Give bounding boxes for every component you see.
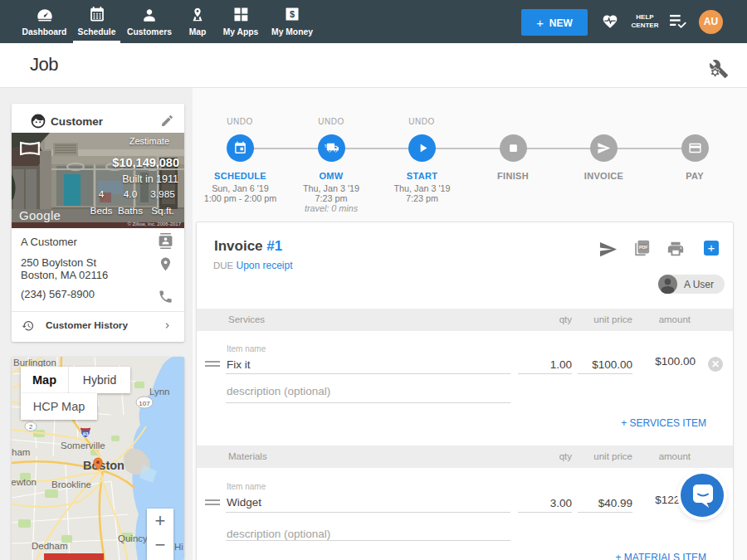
svg-text:Brookline: Brookline xyxy=(51,480,91,489)
svg-text:2: 2 xyxy=(29,423,32,431)
svg-text:$: $ xyxy=(290,9,295,19)
svg-text:93: 93 xyxy=(83,431,89,436)
svg-text:Hi: Hi xyxy=(174,542,183,552)
svg-text:Quincy: Quincy xyxy=(118,533,148,543)
svg-text:Newton: Newton xyxy=(12,477,37,487)
svg-text:Lynn: Lynn xyxy=(149,387,170,397)
svg-text:PDF: PDF xyxy=(639,245,648,250)
svg-text:ham: ham xyxy=(12,447,30,457)
svg-text:Dedham: Dedham xyxy=(32,541,67,551)
svg-text:Boston: Boston xyxy=(83,459,124,472)
svg-text:Somerville: Somerville xyxy=(61,441,105,450)
svg-text:107: 107 xyxy=(139,400,150,407)
